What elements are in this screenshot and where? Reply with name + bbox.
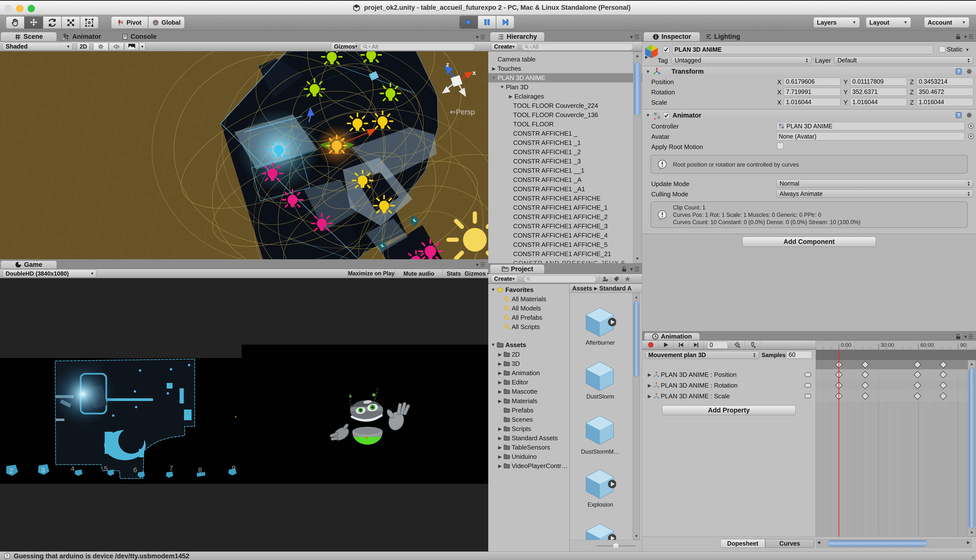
svg-text:3: 3 (41, 466, 45, 474)
svg-text:4: 4 (71, 465, 75, 472)
svg-text:6: 6 (133, 466, 137, 474)
svg-text:0:00: 0:00 (841, 342, 851, 348)
svg-text:?: ? (958, 69, 960, 74)
svg-text:z: z (446, 61, 449, 68)
svg-text:5: 5 (104, 465, 108, 472)
svg-text:x: x (472, 69, 476, 76)
svg-text:7: 7 (169, 464, 173, 472)
svg-text:90:: 90: (960, 342, 968, 348)
svg-text:30:00: 30:00 (881, 342, 894, 348)
svg-text:2: 2 (9, 467, 13, 474)
svg-text:?: ? (958, 113, 960, 118)
svg-text:⇐Persp: ⇐Persp (450, 108, 475, 116)
svg-text:60:00: 60:00 (920, 342, 934, 348)
